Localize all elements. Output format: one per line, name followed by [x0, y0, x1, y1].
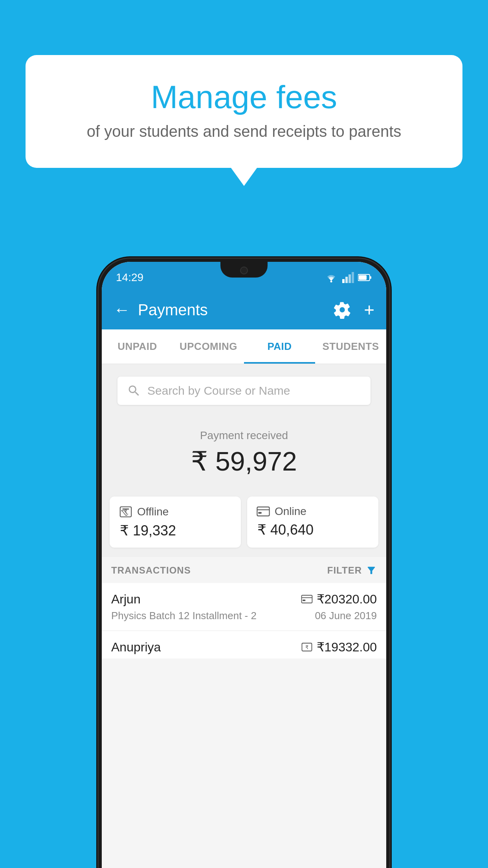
status-time: 14:29	[116, 271, 143, 284]
transactions-header: TRANSACTIONS FILTER	[102, 557, 386, 583]
bubble-title: Manage fees	[57, 79, 431, 116]
tab-unpaid[interactable]: UNPAID	[102, 329, 173, 364]
bubble-subtitle: of your students and send receipts to pa…	[57, 123, 431, 140]
online-payment-icon	[257, 506, 270, 517]
payment-summary: Payment received ₹ 59,972	[102, 417, 386, 489]
notch-camera	[240, 267, 248, 274]
transaction-payment-icon	[301, 595, 313, 603]
search-bar-wrapper: Search by Course or Name	[102, 364, 386, 417]
transaction-amount-2: ₹19332.00	[317, 640, 377, 655]
filter-wrapper[interactable]: FILTER	[327, 565, 377, 576]
offline-payment-icon: ₹	[119, 505, 132, 519]
filter-icon	[366, 565, 377, 576]
back-button[interactable]: ←	[114, 300, 130, 319]
tab-upcoming[interactable]: UPCOMING	[173, 329, 244, 364]
transaction-amount: ₹20320.00	[317, 592, 377, 607]
status-icons	[324, 272, 372, 283]
svg-point-0	[330, 281, 332, 283]
svg-rect-10	[257, 507, 269, 516]
online-label: Online	[275, 505, 306, 518]
transaction-date: 06 June 2019	[315, 610, 377, 622]
payment-cards: ₹ Offline ₹ 19,332	[102, 489, 386, 557]
signal-icon	[342, 272, 354, 283]
svg-rect-1	[342, 279, 345, 283]
transaction-name: Arjun	[111, 592, 141, 607]
wifi-icon	[324, 272, 338, 283]
svg-text:₹: ₹	[124, 509, 127, 515]
payment-received-label: Payment received	[110, 429, 378, 442]
speech-bubble-container: Manage fees of your students and send re…	[26, 55, 462, 168]
payment-amount: ₹ 59,972	[110, 446, 378, 477]
transaction-row-partial[interactable]: Anupriya ₹ ₹19332.00	[102, 631, 386, 658]
add-payment-button[interactable]: +	[364, 299, 374, 320]
partial-top: Anupriya ₹ ₹19332.00	[111, 640, 377, 655]
online-payment-card: Online ₹ 40,640	[247, 497, 378, 548]
search-bar[interactable]: Search by Course or Name	[117, 377, 371, 405]
transaction-name-2: Anupriya	[111, 640, 161, 655]
svg-rect-12	[258, 512, 262, 513]
transaction-row[interactable]: Arjun ₹20320.00 Physics Batch 12 Install…	[102, 583, 386, 631]
phone-outer: 14:29	[99, 259, 389, 868]
offline-card-header: ₹ Offline	[119, 505, 231, 519]
transaction-amount-wrapper-2: ₹ ₹19332.00	[301, 640, 377, 655]
transaction-top: Arjun ₹20320.00	[111, 592, 377, 607]
tab-paid[interactable]: PAID	[244, 329, 315, 364]
search-icon	[127, 384, 141, 398]
phone-frame: 14:29	[99, 259, 389, 868]
transaction-amount-wrapper: ₹20320.00	[301, 592, 377, 607]
app-header: ← Payments +	[102, 290, 386, 329]
filter-label: FILTER	[327, 565, 362, 576]
svg-rect-2	[345, 277, 348, 283]
svg-rect-15	[303, 600, 305, 601]
offline-payment-card: ₹ Offline ₹ 19,332	[110, 497, 241, 548]
speech-bubble: Manage fees of your students and send re…	[26, 55, 462, 168]
offline-label: Offline	[137, 506, 169, 518]
transactions-label: TRANSACTIONS	[111, 565, 191, 576]
search-placeholder: Search by Course or Name	[147, 384, 290, 397]
offline-amount: ₹ 19,332	[119, 522, 231, 539]
battery-icon	[358, 273, 372, 282]
svg-rect-7	[359, 275, 367, 280]
transaction-offline-icon: ₹	[301, 641, 313, 653]
svg-rect-4	[352, 272, 354, 283]
svg-rect-13	[301, 595, 312, 603]
gear-icon[interactable]	[333, 301, 351, 319]
transaction-bottom: Physics Batch 12 Installment - 2 06 June…	[111, 610, 377, 622]
phone-screen: 14:29	[102, 262, 386, 868]
online-card-header: Online	[257, 505, 369, 518]
svg-rect-6	[370, 276, 371, 279]
svg-text:₹: ₹	[305, 645, 308, 650]
online-amount: ₹ 40,640	[257, 522, 369, 538]
tab-students[interactable]: STUDENTS	[315, 329, 386, 364]
transaction-course: Physics Batch 12 Installment - 2	[111, 610, 257, 622]
header-title: Payments	[138, 301, 325, 319]
svg-rect-3	[349, 274, 351, 283]
notch	[220, 262, 268, 278]
tabs-container: UNPAID UPCOMING PAID STUDENTS	[102, 329, 386, 364]
